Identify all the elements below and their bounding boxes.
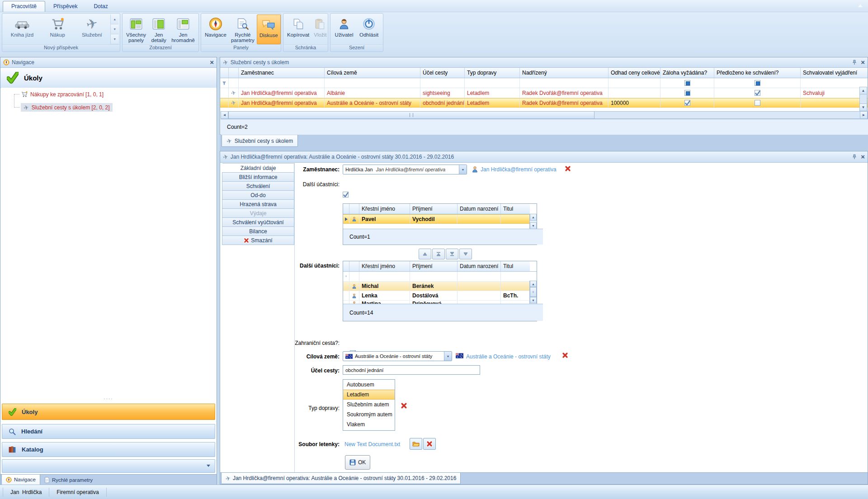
scroll-down-icon[interactable]: ▼ — [111, 24, 118, 34]
column-header[interactable]: Křestní jméno — [359, 204, 410, 214]
participant-row-michal[interactable]: Michal Beránek — [343, 282, 537, 291]
trips-filter-row[interactable] — [220, 78, 868, 88]
shortcut-overflow-bar[interactable] — [2, 459, 215, 473]
trips-horizontal-scrollbar[interactable]: ◄ ► — [221, 111, 868, 119]
detail-bottom-tab[interactable]: ✈ Jan Hrdlička@firemní operativa: Austrá… — [221, 473, 461, 484]
column-header[interactable]: Příjmení — [410, 261, 458, 271]
tab-prispevek[interactable]: Příspěvek — [45, 1, 85, 12]
remove-zamestnanec-icon[interactable] — [565, 165, 571, 172]
cell-datum[interactable] — [458, 291, 501, 300]
filter-cell[interactable] — [465, 78, 520, 88]
tab-pracoviste[interactable]: Pracoviště — [3, 1, 45, 12]
move-up-button[interactable] — [419, 249, 431, 259]
open-file-button[interactable] — [410, 438, 422, 450]
jen-detaily-button[interactable]: Jen detaily — [148, 14, 169, 44]
zamestnanec-combo[interactable]: Hrdlička Jan Jan Hrdlička@firemní operat… — [343, 165, 467, 174]
participants2-scrollbar[interactable]: ▲ ≡ ▼ — [529, 281, 537, 305]
scrollbar-track[interactable] — [594, 111, 860, 119]
scroll-down-icon[interactable]: ▼ — [530, 297, 537, 303]
close-icon[interactable]: × — [861, 155, 865, 159]
trips-vertical-scrollbar[interactable]: ▲ ▼ — [859, 87, 867, 111]
trips-row-australie-selected[interactable]: ✈ Jan Hrdlička@firemní operativa Austrál… — [220, 98, 868, 108]
tab-dotaz[interactable]: Dotaz — [85, 1, 116, 12]
cell-cilova-zeme[interactable]: Austrálie a Oceánie - ostrovní státy — [325, 99, 420, 107]
cell-jmeno[interactable]: Michal — [359, 282, 410, 291]
listbox-option-sluzebnim-autem[interactable]: Služebním autem — [343, 400, 395, 410]
window-corner-icon[interactable] — [858, 4, 863, 7]
shortcut-hledani[interactable]: Hledání — [2, 424, 215, 439]
tab-blizsi-informace[interactable]: Bližší informace — [222, 172, 294, 182]
ucel-cesty-input[interactable]: obchodní jednání — [343, 365, 480, 375]
dropdown-arrow-icon[interactable]: ▼ — [459, 165, 467, 174]
predlozeno-checkbox[interactable] — [755, 90, 760, 96]
remove-file-button[interactable] — [423, 438, 436, 450]
tab-smazani[interactable]: Smazání — [222, 235, 294, 245]
cell-prijmeni[interactable]: Beránek — [410, 282, 458, 291]
filter-cell[interactable] — [349, 272, 359, 281]
participant-row-lenka[interactable]: Lenka Dostálová BcTh. — [343, 291, 537, 300]
dropdown-arrow-icon[interactable]: ▼ — [444, 352, 452, 361]
cell-typ-dopravy[interactable]: Letadlem — [465, 88, 520, 98]
trips-row-albanie[interactable]: ✈ Jan Hrdlička@firemní operativa Albánie… — [220, 88, 868, 98]
rychle-parametry-button[interactable]: Rychlé parametry — [229, 14, 257, 44]
cell-prijmeni[interactable]: Vychodil — [410, 215, 458, 223]
participant-row-pavel[interactable]: Pavel Vychodil — [343, 214, 537, 224]
cell-odhad-ceny[interactable]: 100000 — [609, 99, 660, 107]
gallery-expand-icon[interactable]: ▼ — [111, 34, 118, 44]
trips-document-tab[interactable]: ✈ Služební cesty s úkolem — [222, 135, 298, 147]
zaloha-filter-checkbox[interactable] — [684, 80, 690, 86]
scrollbar-thumb[interactable] — [228, 111, 594, 119]
close-icon[interactable]: × — [210, 60, 214, 65]
jen-hromadne-button[interactable]: Jen hromadně — [169, 14, 197, 44]
column-header[interactable]: Titul — [501, 261, 530, 271]
sluzebni-button[interactable]: ✈ Služební — [74, 14, 109, 44]
tree-item-nakupy[interactable]: Nákupy ke zpracování [1, 0, 1] — [21, 90, 104, 99]
column-header[interactable]: Předloženo ke schválení? — [714, 68, 801, 78]
cell-cilova-zeme[interactable]: Albánie — [325, 88, 420, 98]
cell-prijmeni[interactable]: Dostálová — [410, 291, 458, 300]
typ-dopravy-listbox[interactable]: Autobusem Letadlem Služebním autem Soukr… — [343, 379, 395, 431]
splitter-grip[interactable]: ···· — [0, 397, 217, 403]
remove-cilova-zeme-icon[interactable] — [562, 352, 568, 358]
cell-jmeno[interactable]: Lenka — [359, 291, 410, 300]
listbox-option-letadlem-selected[interactable]: Letadlem — [343, 390, 395, 400]
move-to-top-button[interactable] — [432, 249, 445, 259]
close-icon[interactable]: × — [861, 60, 865, 65]
column-header[interactable]: Záloha vyžádána? — [660, 68, 714, 78]
filter-cell[interactable] — [239, 78, 325, 88]
scroll-up-icon[interactable]: ▲ — [530, 281, 537, 287]
column-header[interactable]: Příjmení — [410, 204, 458, 214]
filter-cell[interactable] — [458, 272, 501, 281]
cell-titul[interactable] — [501, 282, 530, 291]
move-to-bottom-button[interactable] — [446, 249, 458, 259]
column-header[interactable]: Datum narození — [458, 204, 501, 214]
scrollbar-thumb[interactable]: ≡ — [530, 287, 537, 297]
cell-datum[interactable] — [458, 215, 501, 223]
uzivatel-button[interactable]: Uživatel — [332, 14, 356, 44]
tab-hrazena-strava[interactable]: Hrazená strava — [222, 199, 294, 209]
predlozeno-checkbox[interactable] — [755, 100, 760, 106]
vlozit-button[interactable]: Vložit — [311, 14, 329, 44]
diskuse-button[interactable]: Diskuse — [257, 14, 281, 44]
cell-schvalovatel[interactable] — [801, 99, 868, 107]
scroll-up-icon[interactable]: ▲ — [111, 14, 118, 24]
cell-typ-dopravy[interactable]: Letadlem — [465, 99, 520, 107]
listbox-option-vlakem[interactable]: Vlakem — [343, 419, 395, 429]
predlozeno-filter-checkbox[interactable] — [755, 80, 760, 86]
bottom-tab-rychle-parametry[interactable]: Rychlé parametry — [40, 475, 97, 485]
cell-titul[interactable] — [501, 215, 530, 223]
move-down-button[interactable] — [459, 249, 472, 259]
cell-datum[interactable] — [458, 282, 501, 291]
remove-typ-dopravy-icon[interactable] — [401, 402, 407, 409]
scroll-down-icon[interactable]: ▼ — [859, 104, 867, 111]
kopirovat-button[interactable]: Kopírovat — [285, 14, 311, 44]
filter-cell[interactable] — [325, 78, 420, 88]
cell-schvalovatel[interactable]: Schvaluji — [801, 88, 868, 98]
participants1-scrollbar[interactable]: ▲ ▼ — [529, 214, 537, 229]
cell-odhad-ceny[interactable] — [609, 88, 660, 98]
scroll-down-icon[interactable]: ▼ — [530, 222, 537, 229]
column-header[interactable]: Nadřízený — [520, 68, 609, 78]
column-header[interactable]: Datum narození — [458, 261, 501, 271]
cell-zaloha[interactable] — [660, 88, 714, 98]
tree-item-sluzebni-cesty[interactable]: ✈ Služební cesty s úkolem [2, 0, 2] — [21, 103, 113, 112]
